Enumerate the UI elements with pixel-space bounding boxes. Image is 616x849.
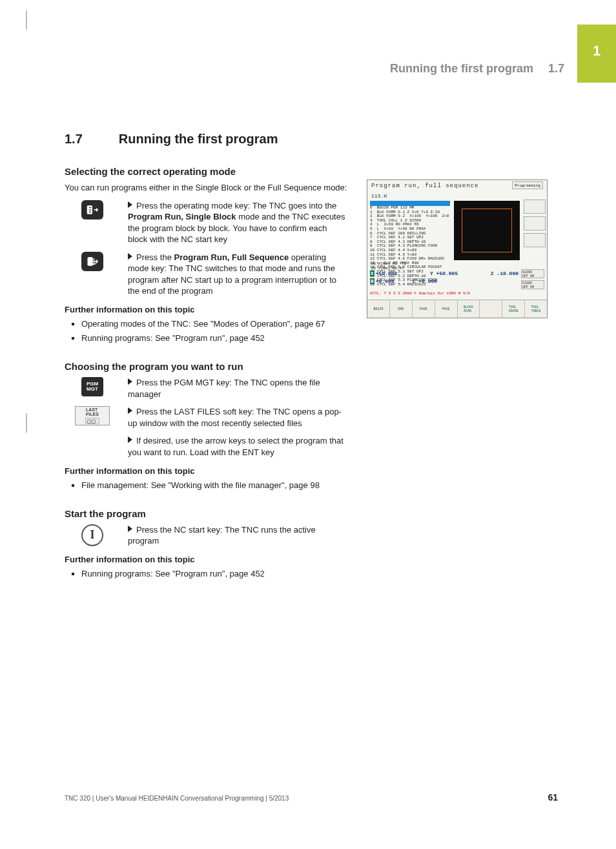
s1-step1-pre: Press the operating mode key: The TNC go… bbox=[136, 201, 336, 210]
s1-further: Further information on this topic bbox=[65, 305, 349, 314]
caret-icon bbox=[128, 407, 132, 414]
gutter-mark-top bbox=[26, 10, 27, 30]
s1-step2: Press the Program Run, Full Sequence ope… bbox=[65, 252, 349, 297]
s3-further: Further information on this topic bbox=[65, 555, 349, 564]
side-btn bbox=[524, 216, 546, 230]
softbar-6: TOOL USAGE bbox=[502, 300, 525, 318]
s2-further: Further information on this topic bbox=[65, 466, 349, 476]
s3-step1: I Press the NC start key: The TNC runs t… bbox=[65, 524, 349, 547]
running-title: Running the first program bbox=[390, 62, 533, 75]
s3-step1-body: Press the NC start key: The TNC runs the… bbox=[128, 525, 316, 546]
shot-pos-row1: X+50.000 Y +50.005 Z -10.000 bbox=[370, 271, 518, 276]
s1-intro: You can run programs either in the Singl… bbox=[65, 182, 349, 194]
ax-z: Z bbox=[491, 271, 494, 276]
s3-heading: Start the program bbox=[65, 508, 349, 519]
side-btn bbox=[524, 199, 546, 214]
softbar-1: END bbox=[390, 300, 413, 318]
caret-icon bbox=[128, 201, 132, 208]
s2-bullet1: File management: See "Working with the f… bbox=[81, 480, 349, 491]
shot-softbar: BEGIN END PAGE PAGE BLOCK SCAN TOOL USAG… bbox=[367, 300, 547, 318]
shot-status: ACTL. T 5 Z S 2000 F 0mm/min Ovr 100% M … bbox=[370, 291, 544, 296]
svg-rect-1 bbox=[88, 257, 93, 265]
ax-x-val: +50.000 bbox=[376, 271, 398, 276]
shot-dist-2: 0% Y[Nm] 08:47 bbox=[371, 266, 406, 271]
ax-c-val: +0.000 bbox=[418, 278, 437, 284]
ov-f: F100%OFF ON bbox=[521, 280, 544, 289]
shot-dist-1: 0% X[Nm] P1 -T1 bbox=[371, 261, 406, 266]
ax-z-val: -10.000 bbox=[497, 271, 518, 276]
s2-step1: PGM MGT Press the PGM MGT key: The TNC o… bbox=[65, 377, 349, 400]
s2-step1-text: Press the PGM MGT key: The TNC opens the… bbox=[128, 377, 349, 400]
ax-y: Y bbox=[430, 271, 433, 276]
side-btn bbox=[524, 233, 546, 247]
content-column: 1.7 Running the first program Selecting … bbox=[65, 132, 349, 582]
shot-graphic bbox=[454, 201, 520, 260]
section-number: 1.7 bbox=[65, 132, 83, 147]
ax-b-val: +0.000 bbox=[376, 278, 395, 284]
shot-file: 113.H bbox=[371, 193, 387, 199]
section-title: Running the first program bbox=[119, 132, 278, 147]
s1-bullet1: Operating modes of the TNC: See "Modes o… bbox=[81, 318, 349, 330]
shot-dist: 0% X[Nm] P1 -T1 0% Y[Nm] 08:47 bbox=[371, 261, 406, 271]
shot-override: S100%OFF ON F100%OFF ON bbox=[521, 269, 544, 291]
last-files-softkey-icon: LAST FILES bbox=[75, 406, 110, 425]
full-sequence-key-icon bbox=[81, 252, 103, 271]
s1-heading: Selecting the correct operating mode bbox=[65, 166, 349, 177]
ax-c: C bbox=[413, 278, 416, 284]
softbar-7: TOOL TABLE bbox=[525, 300, 547, 318]
caret-icon bbox=[128, 253, 132, 260]
s2-step2-body: Press the LAST FILES soft key: The TNC o… bbox=[128, 407, 342, 428]
shot-graphic-frame bbox=[462, 209, 512, 252]
s1-bullet2: Running programs: See "Program run", pag… bbox=[81, 332, 349, 344]
section-heading: 1.7 Running the first program bbox=[65, 132, 349, 147]
ax-y-val: +50.005 bbox=[436, 271, 458, 276]
softbar-0: BEGIN bbox=[367, 300, 390, 318]
footer-left: TNC 320 | User's Manual HEIDENHAIN Conve… bbox=[65, 795, 289, 802]
s2-heading: Choosing the program you want to run bbox=[65, 361, 349, 372]
caret-icon bbox=[128, 526, 132, 532]
softbar-5 bbox=[480, 300, 502, 318]
ax-x: X bbox=[370, 271, 375, 276]
s1-step1: Press the operating mode key: The TNC go… bbox=[65, 200, 349, 245]
single-block-key-icon bbox=[81, 200, 103, 220]
s3-bullets: Running programs: See "Program run", pag… bbox=[65, 568, 349, 580]
ov-s: S100%OFF ON bbox=[521, 269, 544, 278]
chapter-tab: 1 bbox=[577, 25, 616, 83]
page-number: 61 bbox=[548, 792, 558, 803]
last-files-label: LAST FILES bbox=[86, 407, 99, 416]
s1-step2-text: Press the Program Run, Full Sequence ope… bbox=[128, 252, 349, 297]
running-head: Running the first program 1.7 bbox=[390, 62, 564, 76]
caret-icon bbox=[128, 378, 132, 385]
s1-step1-bold: Program Run, Single Block bbox=[128, 212, 236, 221]
pgm-mgt-key-icon: PGM MGT bbox=[81, 377, 103, 396]
files-icon bbox=[85, 418, 99, 424]
s2-step3-body: If desired, use the arrow keys to select… bbox=[128, 436, 344, 457]
softbar-4: BLOCK SCAN bbox=[458, 300, 480, 318]
s2-step3-text: If desired, use the arrow keys to select… bbox=[128, 435, 349, 458]
tnc-screenshot: Program run, full sequence Programming 1… bbox=[367, 179, 548, 318]
shot-title: Program run, full sequence bbox=[371, 183, 478, 189]
running-number: 1.7 bbox=[548, 62, 564, 75]
s1-step2-bold: Program Run, Full Sequence bbox=[174, 252, 289, 262]
shot-mode-box: Programming bbox=[512, 181, 543, 189]
footer: TNC 320 | User's Manual HEIDENHAIN Conve… bbox=[65, 792, 558, 803]
nc-start-key-icon: I bbox=[81, 524, 103, 546]
caret-icon bbox=[128, 436, 132, 443]
gutter-mark-mid bbox=[26, 413, 27, 433]
ax-b: B bbox=[370, 278, 375, 284]
softbar-3: PAGE bbox=[435, 300, 458, 318]
s3-step1-text: Press the NC start key: The TNC runs the… bbox=[128, 524, 349, 547]
s2-step2-text: Press the LAST FILES soft key: The TNC o… bbox=[128, 406, 349, 429]
s2-step1-body: Press the PGM MGT key: The TNC opens the… bbox=[128, 378, 320, 399]
s2-step2: LAST FILES Press the LAST FILES soft key… bbox=[65, 406, 349, 429]
s3-bullet1: Running programs: See "Program run", pag… bbox=[81, 568, 349, 580]
page: 1 Running the first program 1.7 1.7 Runn… bbox=[0, 0, 616, 849]
shot-side-buttons bbox=[524, 199, 546, 247]
s1-step2-pre: Press the bbox=[136, 252, 174, 262]
softbar-2: PAGE bbox=[413, 300, 435, 318]
shot-pos-row2: B+0.000 C +0.000 bbox=[370, 278, 518, 284]
s1-step1-text: Press the operating mode key: The TNC go… bbox=[128, 200, 349, 245]
s1-bullets: Operating modes of the TNC: See "Modes o… bbox=[65, 318, 349, 344]
s2-step3: If desired, use the arrow keys to select… bbox=[65, 435, 349, 458]
s2-bullets: File management: See "Working with the f… bbox=[65, 480, 349, 491]
